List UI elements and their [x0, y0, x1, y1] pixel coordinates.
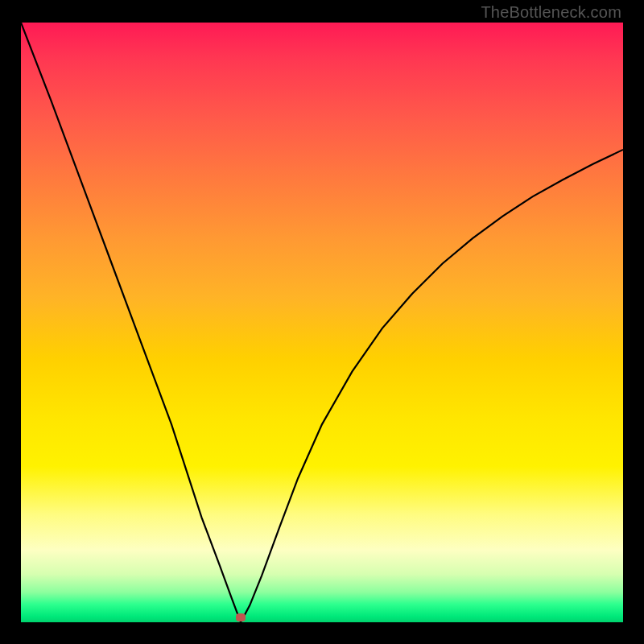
chart-curve [21, 23, 623, 622]
watermark-text: TheBottleneck.com [481, 3, 621, 22]
minimum-marker [236, 613, 246, 621]
chart-area [21, 23, 623, 622]
